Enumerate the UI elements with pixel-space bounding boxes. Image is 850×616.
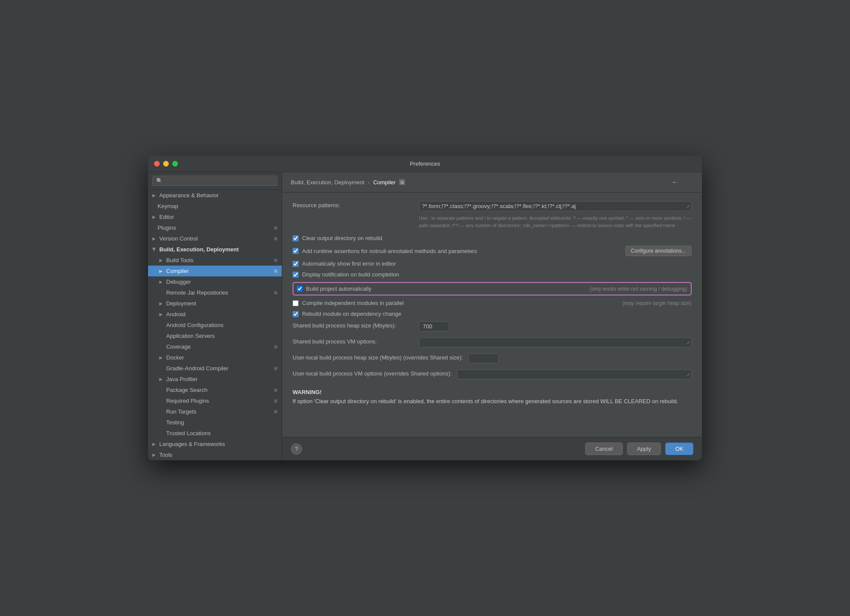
configure-annotations-button[interactable]: Configure annotations... <box>625 246 692 256</box>
sidebar-item-trusted-locations[interactable]: Trusted Locations <box>148 428 282 439</box>
user-heap-input[interactable] <box>468 353 499 363</box>
forward-arrow[interactable]: → <box>683 177 693 187</box>
sidebar-item-deployment[interactable]: ▶ Deployment <box>148 298 282 309</box>
sidebar-item-label: Docker <box>166 354 184 361</box>
window-controls <box>154 161 178 167</box>
resource-patterns-row: Resource patterns: ⤢ Use ; to separate p… <box>293 201 692 229</box>
build-auto-checkbox[interactable] <box>297 286 303 292</box>
sidebar-item-keymap[interactable]: Keymap <box>148 201 282 212</box>
sidebar-item-editor[interactable]: ▶ Editor <box>148 212 282 222</box>
build-auto-note: (only works while not running / debuggin… <box>590 286 687 292</box>
sidebar-item-android-config[interactable]: Android Configurations <box>148 320 282 330</box>
sidebar-item-plugins[interactable]: Plugins ⊞ <box>148 222 282 233</box>
clear-output-label: Clear output directory on rebuild <box>302 235 382 241</box>
sidebar: ▶ Appearance & Behavior Keymap ▶ Editor … <box>148 172 282 460</box>
sidebar-item-remote-jar[interactable]: Remote Jar Repositories ⊞ <box>148 287 282 298</box>
minimize-button[interactable] <box>163 161 169 167</box>
clear-output-checkbox[interactable] <box>293 235 299 241</box>
chevron-icon: ▶ <box>152 248 157 251</box>
user-vm-options-input[interactable] <box>457 369 692 379</box>
sidebar-item-coverage[interactable]: Coverage ⊞ <box>148 341 282 352</box>
badge-icon: ⊞ <box>274 366 277 371</box>
sidebar-item-package-search[interactable]: Package Search ⊞ <box>148 385 282 395</box>
chevron-icon: ▶ <box>152 193 156 198</box>
breadcrumb-current: Compiler <box>373 179 396 186</box>
main-panel: Build, Execution, Deployment › Compiler … <box>282 172 702 460</box>
ok-button[interactable]: OK <box>665 443 693 455</box>
rebuild-module-label: Rebuild module on dependency change <box>302 311 401 317</box>
sidebar-item-app-servers[interactable]: Application Servers <box>148 330 282 341</box>
content-area: ▶ Appearance & Behavior Keymap ▶ Editor … <box>148 172 702 460</box>
sidebar-item-languages[interactable]: ▶ Languages & Frameworks <box>148 439 282 449</box>
close-button[interactable] <box>154 161 160 167</box>
sidebar-item-label: Appearance & Behavior <box>159 192 219 199</box>
search-input[interactable] <box>152 176 277 186</box>
sidebar-item-gradle-android[interactable]: Gradle-Android Compiler ⊞ <box>148 363 282 374</box>
user-vm-options-wrapper: ⤢ <box>457 369 692 379</box>
navigation-arrows: ← → <box>670 177 693 187</box>
resource-hint: Use ; to separate patterns and ! to nega… <box>419 215 692 229</box>
preferences-window: Preferences ▶ Appearance & Behavior Keym… <box>148 156 702 460</box>
resource-patterns-input[interactable] <box>419 201 692 211</box>
sidebar-item-android[interactable]: ▶ Android <box>148 309 282 320</box>
maximize-button[interactable] <box>172 161 178 167</box>
show-first-error-label: Automatically show first error in editor <box>302 260 396 267</box>
sidebar-item-debugger[interactable]: ▶ Debugger <box>148 276 282 287</box>
build-auto-label: Build project automatically <box>306 286 371 292</box>
sidebar-item-build-tools[interactable]: ▶ Build Tools ⊞ <box>148 255 282 266</box>
compiler-icon: ⊞ <box>399 179 405 185</box>
compile-parallel-row: Compile independent modules in parallel … <box>293 300 692 306</box>
user-vm-options-label: User-local build process VM options (ove… <box>293 369 452 377</box>
badge-icon: ⊞ <box>274 236 277 241</box>
sidebar-item-label: Required Plugins <box>166 398 209 404</box>
sidebar-item-build-exec[interactable]: ▶ Build, Execution, Deployment <box>148 244 282 255</box>
chevron-icon: ▶ <box>152 452 156 457</box>
sidebar-item-testing[interactable]: Testing <box>148 417 282 428</box>
show-first-error-checkbox[interactable] <box>293 261 299 267</box>
sidebar-item-label: Plugins <box>158 225 176 231</box>
sidebar-item-label: Trusted Locations <box>166 430 211 436</box>
sidebar-item-java-profiler[interactable]: ▶ Java Profiler <box>148 374 282 385</box>
help-button[interactable]: ? <box>291 443 302 455</box>
sidebar-item-label: Application Servers <box>166 333 215 339</box>
sidebar-item-compiler[interactable]: ▶ Compiler ⊞ <box>148 266 282 276</box>
badge-icon: ⊞ <box>274 344 277 349</box>
badge-icon: ⊞ <box>274 269 277 273</box>
add-runtime-checkbox[interactable] <box>293 248 299 254</box>
display-notification-label: Display notification on build completion <box>302 271 399 278</box>
vm-options-input[interactable] <box>419 337 692 347</box>
apply-button[interactable]: Apply <box>627 443 661 455</box>
add-runtime-label: Add runtime assertions for notnull-annot… <box>302 248 477 254</box>
user-heap-label: User-local build process heap size (Mbyt… <box>293 353 463 361</box>
clear-output-row: Clear output directory on rebuild <box>293 235 692 241</box>
sidebar-item-required-plugins[interactable]: Required Plugins ⊞ <box>148 395 282 406</box>
sidebar-item-label: Coverage <box>166 343 190 350</box>
breadcrumb: Build, Execution, Deployment › Compiler … <box>291 179 405 186</box>
build-auto-row: Build project automatically (only works … <box>293 282 692 295</box>
warning-box: WARNING! If option 'Clear output directo… <box>293 388 692 406</box>
compile-parallel-checkbox[interactable] <box>293 300 299 306</box>
sidebar-item-appearance[interactable]: ▶ Appearance & Behavior <box>148 190 282 201</box>
sidebar-item-tools[interactable]: ▶ Tools <box>148 449 282 460</box>
chevron-icon: ▶ <box>159 258 163 263</box>
back-arrow[interactable]: ← <box>670 177 680 187</box>
sidebar-item-run-targets[interactable]: Run Targets ⊞ <box>148 406 282 417</box>
heap-size-row: Shared build process heap size (Mbytes): <box>293 321 692 331</box>
badge-icon: ⊞ <box>274 290 277 295</box>
sidebar-item-label: Languages & Frameworks <box>159 441 225 447</box>
sidebar-item-label: Build, Execution, Deployment <box>159 246 238 253</box>
heap-size-input[interactable] <box>419 321 449 331</box>
titlebar: Preferences <box>148 156 702 172</box>
badge-icon: ⊞ <box>274 225 277 230</box>
breadcrumb-separator: › <box>368 179 370 186</box>
sidebar-item-version-control[interactable]: ▶ Version Control ⊞ <box>148 233 282 244</box>
chevron-icon: ▶ <box>152 236 156 241</box>
chevron-icon: ▶ <box>152 442 156 446</box>
rebuild-module-checkbox[interactable] <box>293 311 299 317</box>
warning-title: WARNING! <box>293 389 322 395</box>
cancel-button[interactable]: Cancel <box>585 443 622 455</box>
display-notification-checkbox[interactable] <box>293 272 299 278</box>
sidebar-item-docker[interactable]: ▶ Docker <box>148 352 282 363</box>
main-header: Build, Execution, Deployment › Compiler … <box>282 172 702 192</box>
vm-options-row: Shared build process VM options: ⤢ <box>293 337 692 347</box>
